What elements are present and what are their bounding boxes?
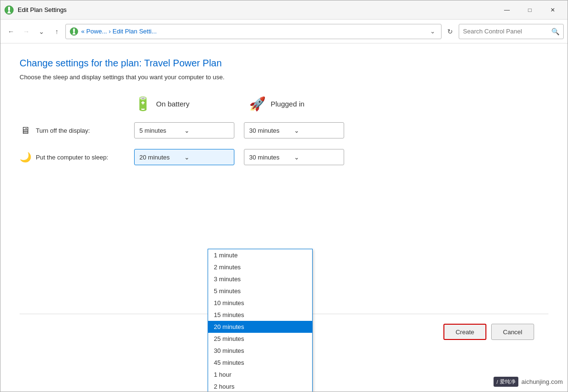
sleep-battery-value: 20 minutes xyxy=(139,154,184,161)
address-path: « Powe... › Edit Plan Setti... xyxy=(81,28,425,35)
display-controls: 5 minutes ⌄ 30 minutes ⌄ xyxy=(134,122,344,138)
watermark: / 爱纯净 aichunjing.com xyxy=(494,377,563,387)
maximize-button[interactable]: □ xyxy=(519,2,541,18)
display-battery-arrow: ⌄ xyxy=(184,127,229,134)
refresh-button[interactable]: ↻ xyxy=(443,25,457,38)
sleep-battery-dropdown-list: 1 minute 2 minutes 3 minutes 5 minutes 1… xyxy=(208,249,313,392)
address-dropdown-arrow[interactable]: ⌄ xyxy=(428,28,437,35)
up-button[interactable]: ↑ xyxy=(50,25,63,38)
plugged-column-header: 🚀 Plugged in xyxy=(249,95,325,112)
sleep-controls: 20 minutes ⌄ 30 minutes ⌄ xyxy=(134,149,344,165)
option-5-minutes[interactable]: 5 minutes xyxy=(208,285,312,297)
main-window: Edit Plan Settings — □ ✕ ← → ⌄ ↑ « Powe.… xyxy=(0,0,568,392)
display-label-text: Turn off the display: xyxy=(36,127,90,134)
option-15-minutes[interactable]: 15 minutes xyxy=(208,309,312,321)
option-1-hour[interactable]: 1 hour xyxy=(208,369,312,381)
display-plugged-dropdown[interactable]: 30 minutes ⌄ xyxy=(244,122,344,138)
sleep-label-text: Put the computer to sleep: xyxy=(36,154,108,161)
option-30-minutes[interactable]: 30 minutes xyxy=(208,345,312,357)
address-icon xyxy=(70,27,78,36)
sleep-plugged-dropdown[interactable]: 30 minutes ⌄ xyxy=(244,149,344,165)
column-headers: 🔋 On battery 🚀 Plugged in xyxy=(134,95,548,112)
title-bar: Edit Plan Settings — □ ✕ xyxy=(0,0,568,20)
sleep-battery-dropdown[interactable]: 20 minutes ⌄ xyxy=(134,149,234,165)
sleep-setting-row: 🌙 Put the computer to sleep: 20 minutes … xyxy=(20,148,548,166)
battery-icon: 🔋 xyxy=(134,95,151,112)
sleep-plugged-arrow: ⌄ xyxy=(294,154,339,161)
option-10-minutes[interactable]: 10 minutes xyxy=(208,297,312,309)
option-2-minutes[interactable]: 2 minutes xyxy=(208,261,312,273)
forward-button[interactable]: → xyxy=(20,25,33,38)
option-25-minutes[interactable]: 25 minutes xyxy=(208,333,312,345)
minimize-button[interactable]: — xyxy=(496,2,518,18)
option-3-minutes[interactable]: 3 minutes xyxy=(208,273,312,285)
battery-column-header: 🔋 On battery xyxy=(134,95,210,112)
window-icon xyxy=(4,5,14,15)
battery-label: On battery xyxy=(156,100,189,108)
option-1-minute[interactable]: 1 minute xyxy=(208,249,312,261)
display-label: 🖥 Turn off the display: xyxy=(20,125,134,136)
search-input[interactable] xyxy=(463,28,551,35)
watermark-logo: / 爱纯净 xyxy=(494,377,518,387)
address-box[interactable]: « Powe... › Edit Plan Setti... ⌄ xyxy=(65,24,442,39)
sleep-icon: 🌙 xyxy=(20,151,31,163)
plugged-icon: 🚀 xyxy=(249,95,266,112)
watermark-slash: / xyxy=(496,379,498,385)
cancel-button[interactable]: Cancel xyxy=(491,324,534,340)
display-plugged-arrow: ⌄ xyxy=(294,127,339,134)
create-button[interactable]: Create xyxy=(443,324,486,340)
sleep-plugged-value: 30 minutes xyxy=(249,154,294,161)
window-title: Edit Plan Settings xyxy=(18,6,496,13)
display-battery-dropdown[interactable]: 5 minutes ⌄ xyxy=(134,122,234,138)
page-title: Change settings for the plan: Travel Pow… xyxy=(20,58,548,69)
option-2-hours[interactable]: 2 hours xyxy=(208,381,312,392)
svg-rect-1 xyxy=(8,7,10,11)
recent-button[interactable]: ⌄ xyxy=(35,25,48,38)
window-controls: — □ ✕ xyxy=(496,2,564,18)
back-button[interactable]: ← xyxy=(4,25,18,38)
sleep-label: 🌙 Put the computer to sleep: xyxy=(20,151,134,163)
content-area: Change settings for the plan: Travel Pow… xyxy=(0,43,568,392)
address-bar: ← → ⌄ ↑ « Powe... › Edit Plan Setti... ⌄… xyxy=(0,20,568,43)
watermark-url: aichunjing.com xyxy=(521,378,563,385)
search-icon: 🔍 xyxy=(551,28,559,35)
svg-rect-4 xyxy=(73,28,75,32)
display-icon: 🖥 xyxy=(20,125,31,136)
display-setting-row: 🖥 Turn off the display: 5 minutes ⌄ 30 m… xyxy=(20,122,548,139)
search-box[interactable]: 🔍 xyxy=(459,24,564,39)
page-description: Choose the sleep and display settings th… xyxy=(20,74,548,81)
option-20-minutes[interactable]: 20 minutes xyxy=(208,321,312,333)
display-battery-value: 5 minutes xyxy=(139,127,184,134)
plugged-label: Plugged in xyxy=(271,100,305,108)
display-plugged-value: 30 minutes xyxy=(249,127,294,134)
close-button[interactable]: ✕ xyxy=(542,2,564,18)
sleep-battery-arrow: ⌄ xyxy=(184,154,229,161)
option-45-minutes[interactable]: 45 minutes xyxy=(208,357,312,369)
watermark-brand: 爱纯净 xyxy=(500,378,515,385)
